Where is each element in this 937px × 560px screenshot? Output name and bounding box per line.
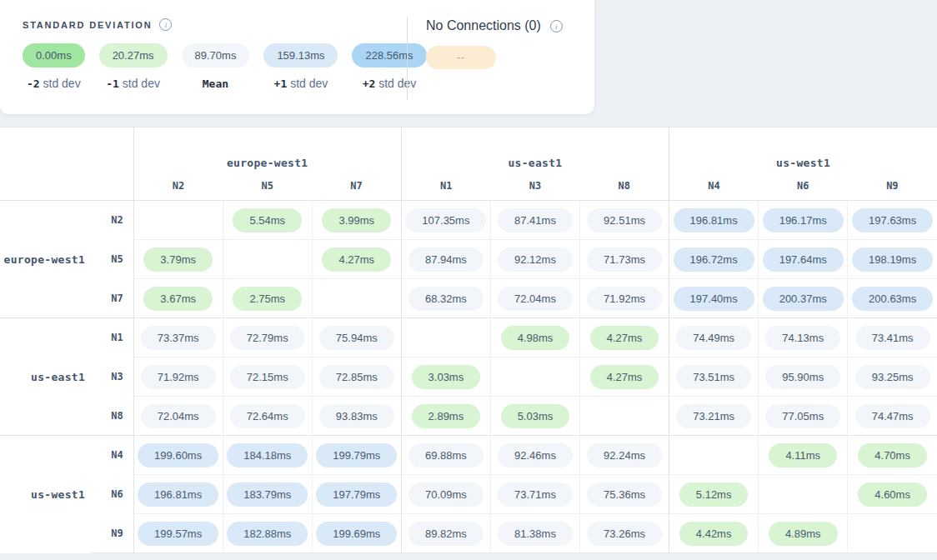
latency-pill[interactable]: 87.94ms	[408, 248, 484, 272]
latency-pill[interactable]: 5.03ms	[501, 404, 570, 428]
std-dev-info-icon[interactable]: i	[159, 18, 172, 31]
latency-pill[interactable]: 107.35ms	[405, 208, 486, 232]
latency-cell: 2.89ms	[401, 397, 490, 436]
col-node-header: N2	[133, 172, 223, 201]
table-row: N872.04ms72.64ms93.83ms2.89ms5.03ms73.21…	[0, 397, 937, 436]
latency-pill[interactable]: 200.63ms	[852, 287, 933, 311]
latency-cell: 4.70ms	[848, 436, 937, 475]
row-node-label: N3	[92, 358, 133, 397]
latency-cell: 5.03ms	[490, 397, 579, 436]
latency-pill[interactable]: 73.37ms	[141, 326, 216, 350]
latency-pill[interactable]: 184.18ms	[227, 443, 308, 468]
latency-pill[interactable]: 92.46ms	[498, 443, 573, 468]
latency-pill[interactable]: 72.79ms	[230, 326, 305, 350]
legend-pill: 159.13ms	[263, 43, 338, 68]
latency-pill[interactable]: 93.83ms	[319, 404, 394, 428]
latency-cell: 72.79ms	[223, 318, 312, 358]
latency-pill[interactable]: 183.79ms	[227, 482, 308, 507]
latency-pill[interactable]: 92.24ms	[587, 443, 662, 468]
latency-pill[interactable]: 68.32ms	[408, 287, 484, 311]
latency-pill[interactable]: 198.19ms	[852, 248, 933, 272]
latency-pill[interactable]: 87.41ms	[498, 208, 573, 232]
latency-pill[interactable]: 197.40ms	[674, 287, 754, 311]
latency-pill[interactable]: 3.79ms	[143, 248, 213, 272]
latency-cell	[669, 436, 759, 475]
latency-pill[interactable]: 72.04ms	[141, 404, 216, 428]
latency-pill[interactable]: 73.51ms	[676, 365, 751, 389]
latency-pill[interactable]: 199.60ms	[138, 443, 218, 468]
latency-pill[interactable]: 71.73ms	[587, 248, 662, 272]
latency-cell: 73.37ms	[133, 318, 223, 358]
row-region-label: us-east1	[0, 318, 92, 436]
latency-cell: 92.46ms	[490, 436, 579, 475]
latency-matrix: europe-west1us-east1us-west1N2N5N7N1N3N8…	[0, 127, 937, 553]
latency-pill[interactable]: 4.11ms	[769, 443, 837, 468]
latency-pill[interactable]: 4.27ms	[322, 248, 391, 272]
latency-pill[interactable]: 93.25ms	[855, 365, 930, 389]
latency-cell: 81.38ms	[490, 514, 579, 553]
row-node-label: N4	[92, 436, 133, 475]
col-node-header: N7	[312, 172, 401, 201]
latency-pill[interactable]: 72.04ms	[498, 287, 573, 311]
latency-cell: 74.13ms	[759, 318, 848, 358]
no-connections-info-icon[interactable]: i	[550, 20, 563, 32]
latency-cell: 75.36ms	[580, 475, 669, 514]
latency-pill[interactable]: 199.69ms	[316, 522, 397, 546]
latency-pill[interactable]: 72.64ms	[230, 404, 305, 428]
latency-pill[interactable]: 4.98ms	[501, 326, 570, 350]
latency-pill[interactable]: 92.12ms	[498, 248, 573, 272]
latency-pill[interactable]: 3.03ms	[412, 365, 481, 389]
latency-cell: 73.26ms	[580, 514, 669, 553]
latency-pill[interactable]: 4.42ms	[679, 522, 749, 546]
latency-pill[interactable]: 72.85ms	[319, 365, 394, 389]
latency-pill[interactable]: 3.99ms	[322, 208, 391, 232]
col-region-header: us-east1	[401, 128, 669, 172]
latency-pill[interactable]: 72.15ms	[230, 365, 305, 389]
latency-pill[interactable]: 4.27ms	[590, 326, 659, 350]
latency-pill[interactable]: 81.38ms	[498, 522, 573, 546]
latency-cell	[223, 240, 312, 279]
latency-pill[interactable]: 197.64ms	[763, 248, 844, 272]
latency-pill[interactable]: 73.26ms	[587, 522, 662, 546]
latency-pill[interactable]: 73.71ms	[498, 482, 573, 507]
latency-pill[interactable]: 69.88ms	[408, 443, 484, 468]
latency-pill[interactable]: 196.72ms	[674, 248, 754, 272]
latency-pill[interactable]: 4.27ms	[590, 365, 659, 389]
latency-pill[interactable]: 4.70ms	[858, 443, 927, 468]
latency-pill[interactable]: 75.36ms	[587, 482, 662, 507]
latency-pill[interactable]: 196.81ms	[138, 482, 218, 507]
latency-pill[interactable]: 74.47ms	[855, 404, 930, 428]
latency-pill[interactable]: 95.90ms	[765, 365, 840, 389]
latency-pill[interactable]: 77.05ms	[765, 404, 840, 428]
col-node-header: N6	[759, 172, 848, 201]
latency-pill[interactable]: 199.79ms	[316, 443, 397, 468]
latency-pill[interactable]: 5.12ms	[679, 482, 749, 507]
latency-pill[interactable]: 73.21ms	[676, 404, 751, 428]
latency-pill[interactable]: 4.89ms	[769, 522, 838, 546]
latency-pill[interactable]: 74.13ms	[765, 326, 840, 350]
latency-pill[interactable]: 197.79ms	[316, 482, 397, 507]
latency-pill[interactable]: 92.51ms	[587, 208, 662, 232]
latency-pill[interactable]: 3.67ms	[143, 287, 213, 311]
legend-pill: 0.00ms	[23, 43, 85, 68]
latency-pill[interactable]: 199.57ms	[138, 522, 218, 546]
latency-pill[interactable]: 89.82ms	[408, 522, 484, 546]
latency-pill[interactable]: 200.37ms	[763, 287, 844, 311]
latency-pill[interactable]: 2.89ms	[412, 404, 481, 428]
latency-pill[interactable]: 74.49ms	[676, 326, 751, 350]
latency-pill[interactable]: 71.92ms	[141, 365, 216, 389]
latency-pill[interactable]: 2.75ms	[233, 287, 302, 311]
latency-cell: 5.12ms	[669, 475, 759, 514]
latency-pill[interactable]: 73.41ms	[855, 326, 930, 350]
latency-pill[interactable]: 4.60ms	[858, 482, 927, 507]
latency-pill[interactable]: 5.54ms	[233, 208, 302, 232]
latency-pill[interactable]: 196.81ms	[674, 208, 754, 232]
table-row: N6196.81ms183.79ms197.79ms70.09ms73.71ms…	[0, 475, 937, 514]
latency-pill[interactable]: 71.92ms	[587, 287, 662, 311]
latency-pill[interactable]: 182.88ms	[227, 522, 308, 546]
latency-cell: 199.79ms	[312, 436, 401, 475]
latency-pill[interactable]: 196.17ms	[763, 208, 844, 232]
latency-pill[interactable]: 75.94ms	[319, 326, 394, 350]
latency-pill[interactable]: 197.63ms	[852, 208, 933, 232]
latency-pill[interactable]: 70.09ms	[408, 482, 484, 507]
